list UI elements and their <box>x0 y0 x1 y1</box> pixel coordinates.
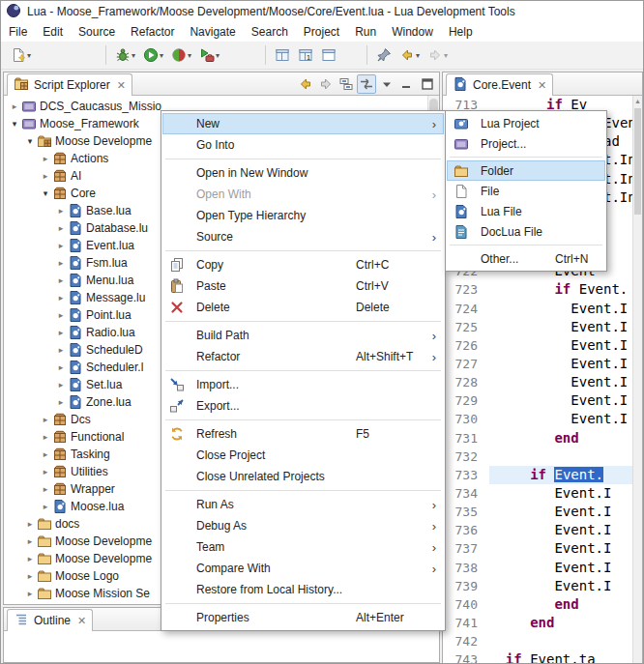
code-line[interactable]: 723 if Event. <box>443 280 632 299</box>
code-line[interactable]: 728 Event.I <box>443 373 632 391</box>
menu-file[interactable]: File <box>1 23 35 41</box>
expand-arrow-icon[interactable]: ▸ <box>39 415 52 424</box>
context-menu-item-open-with[interactable]: Open With› <box>162 184 444 205</box>
code-line[interactable]: 742 <box>443 632 632 650</box>
expand-arrow-icon[interactable]: ▸ <box>23 536 37 546</box>
tab-script-explorer[interactable]: Script Explorer ✕ <box>7 73 132 96</box>
expand-arrow-icon[interactable]: ▸ <box>54 293 68 303</box>
menu-run[interactable]: Run <box>347 23 384 41</box>
code-line[interactable]: 729 Event.I <box>443 391 632 410</box>
context-menu-item-paste[interactable]: PasteCtrl+V <box>162 275 444 297</box>
expand-arrow-icon[interactable]: ▸ <box>39 432 52 442</box>
external-tools-button[interactable]: ▾ <box>195 43 223 67</box>
context-menu-item-debug-as[interactable]: Debug As› <box>162 515 444 536</box>
dropdown-arrow-icon[interactable]: ▾ <box>444 51 448 60</box>
context-menu-item-compare-with[interactable]: Compare With› <box>162 558 444 579</box>
close-icon[interactable]: ✕ <box>77 615 86 627</box>
new-submenu-item-file[interactable]: File <box>447 181 605 201</box>
expand-arrow-icon[interactable]: ▸ <box>23 571 37 581</box>
menu-help[interactable]: Help <box>441 23 481 41</box>
back-button[interactable]: ▾ <box>395 43 424 67</box>
expand-arrow-icon[interactable]: ▸ <box>54 328 68 337</box>
expand-arrow-icon[interactable]: ▸ <box>54 206 68 216</box>
new-submenu-item-other[interactable]: Other...Ctrl+N <box>447 248 605 269</box>
expand-arrow-icon[interactable]: ▸ <box>39 154 52 163</box>
expand-arrow-icon[interactable]: ▸ <box>54 380 68 390</box>
new-submenu-item-project[interactable]: Project... <box>447 133 605 154</box>
menu-edit[interactable]: Edit <box>35 23 71 41</box>
close-icon[interactable]: ✕ <box>538 79 546 92</box>
new-submenu-item-folder[interactable]: Folder <box>447 160 605 181</box>
collapse-all-button[interactable] <box>337 74 356 94</box>
expand-arrow-icon[interactable]: ▸ <box>39 502 52 511</box>
expand-arrow-icon[interactable]: ▸ <box>39 449 52 459</box>
maximize-button[interactable] <box>418 74 437 94</box>
debug-button[interactable]: ▾ <box>111 43 139 67</box>
forward-button[interactable]: ▾ <box>424 43 452 67</box>
pin-button[interactable] <box>372 43 395 67</box>
coverage-button[interactable]: ▾ <box>167 43 195 67</box>
menu-source[interactable]: Source <box>71 23 123 41</box>
dropdown-arrow-icon[interactable]: ▾ <box>132 51 135 60</box>
menu-refactor[interactable]: Refactor <box>123 23 182 41</box>
context-menu-item-refactor[interactable]: RefactorAlt+Shift+T› <box>162 346 444 367</box>
context-menu-item-source[interactable]: Source› <box>162 226 444 247</box>
context-menu-item-copy[interactable]: CopyCtrl+C <box>162 254 444 275</box>
forward-button[interactable] <box>316 74 336 94</box>
code-line[interactable]: 737 Event.I <box>443 539 632 558</box>
code-line[interactable]: 743 if Event.ta <box>443 650 632 663</box>
tab-outline[interactable]: Outline ✕ <box>7 609 93 631</box>
expand-arrow-icon[interactable]: ▸ <box>54 345 68 355</box>
code-line[interactable]: 738 Event.I <box>443 559 632 577</box>
context-menu-item-restore-from-local-history[interactable]: Restore from Local History... <box>162 579 444 600</box>
window-grid-number-button[interactable]: 1 <box>294 43 317 67</box>
collapse-arrow-icon[interactable]: ▾ <box>8 119 21 129</box>
context-menu-item-new[interactable]: New› <box>162 113 444 134</box>
dropdown-arrow-icon[interactable]: ▾ <box>188 51 191 60</box>
scrollbar-thumb[interactable] <box>634 108 641 215</box>
expand-arrow-icon[interactable]: ▸ <box>54 397 68 407</box>
context-menu-item-build-path[interactable]: Build Path› <box>162 325 444 346</box>
code-line[interactable]: 726 Event.I <box>443 336 632 355</box>
link-editor-button[interactable] <box>357 74 376 94</box>
code-line[interactable]: 734 Event.I <box>443 484 632 503</box>
expand-arrow-icon[interactable]: ▸ <box>8 101 21 111</box>
dropdown-arrow-icon[interactable]: ▾ <box>216 51 220 60</box>
expand-arrow-icon[interactable]: ▸ <box>54 258 68 268</box>
code-line[interactable]: 736 Event.I <box>443 521 632 539</box>
context-menu-item-properties[interactable]: PropertiesAlt+Enter <box>162 607 444 628</box>
context-menu-item-close-project[interactable]: Close Project <box>162 445 444 466</box>
window-button[interactable] <box>317 43 340 67</box>
dropdown-arrow-icon[interactable]: ▾ <box>160 51 163 60</box>
expand-arrow-icon[interactable]: ▸ <box>23 554 37 563</box>
code-line[interactable]: 725 Event.I <box>443 318 632 336</box>
expand-arrow-icon[interactable]: ▸ <box>23 519 37 529</box>
collapse-arrow-icon[interactable]: ▾ <box>39 188 52 198</box>
code-line[interactable]: 735 Event.I <box>443 503 632 521</box>
expand-arrow-icon[interactable]: ▸ <box>54 241 68 250</box>
context-menu-item-refresh[interactable]: RefreshF5 <box>162 423 444 445</box>
expand-arrow-icon[interactable]: ▸ <box>54 362 68 372</box>
context-menu-item-go-into[interactable]: Go Into <box>162 134 444 156</box>
view-menu-button[interactable] <box>377 74 396 94</box>
minimize-button[interactable] <box>397 74 417 94</box>
expand-arrow-icon[interactable]: ▸ <box>39 484 52 494</box>
context-menu-item-open-in-new-window[interactable]: Open in New Window <box>162 162 444 184</box>
expand-arrow-icon[interactable]: ▸ <box>54 275 68 285</box>
expand-arrow-icon[interactable]: ▸ <box>23 589 37 598</box>
context-menu-item-run-as[interactable]: Run As› <box>162 494 444 515</box>
dropdown-arrow-icon[interactable]: ▾ <box>27 51 31 60</box>
code-line[interactable]: 739 Event.I <box>443 577 632 595</box>
context-menu-item-import[interactable]: Import... <box>162 374 444 395</box>
context-menu-item-team[interactable]: Team› <box>162 536 444 558</box>
new-submenu-item-lua-file[interactable]: Lua File <box>447 201 605 221</box>
menu-search[interactable]: Search <box>244 23 296 41</box>
new-wizard-button[interactable]: ▾ <box>7 43 35 67</box>
code-line[interactable]: 724 Event.I <box>443 300 632 318</box>
code-line[interactable]: 741 end <box>443 614 632 632</box>
expand-arrow-icon[interactable]: ▸ <box>39 171 52 181</box>
context-menu-item-open-type-hierarchy[interactable]: Open Type Hierarchy <box>162 205 444 226</box>
code-line[interactable]: 730 Event.I <box>443 410 632 428</box>
code-line[interactable]: 732 <box>443 447 632 466</box>
editor-scrollbar[interactable]: ▲ <box>632 96 642 663</box>
